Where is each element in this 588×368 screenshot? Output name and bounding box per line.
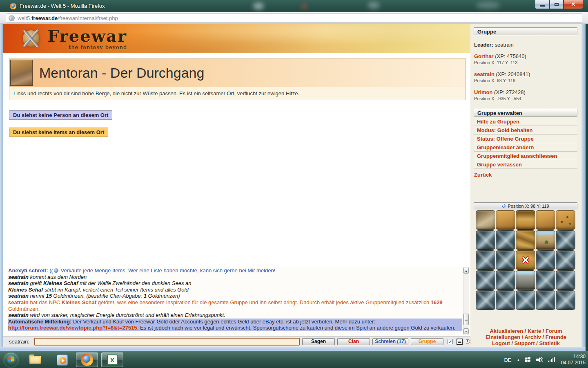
footer-link-aktualisieren[interactable]: Aktualisieren bbox=[490, 328, 523, 334]
url-toolbar: welt5.freewar.de/freewar/internal/frset.… bbox=[0, 12, 588, 24]
footer-link-statistik[interactable]: Statistik bbox=[539, 340, 560, 346]
group-manage-link[interactable]: Gruppe verlassen bbox=[474, 160, 577, 169]
map-tile-mountain[interactable] bbox=[476, 250, 495, 270]
scroll-up-button[interactable]: ▲ bbox=[463, 268, 469, 274]
chat-text: Kleines Schaf bbox=[62, 299, 96, 305]
map-tile-desert-bush[interactable] bbox=[556, 210, 575, 230]
chat-button-clan[interactable]: Clan bbox=[337, 338, 370, 345]
map-tile-mountain[interactable] bbox=[496, 270, 515, 290]
member-name[interactable]: Gorthar bbox=[474, 53, 494, 59]
map-tile-mountain[interactable] bbox=[496, 250, 515, 270]
chat-text: seatrain bbox=[8, 312, 29, 318]
map-tile-mountain[interactable] bbox=[556, 250, 575, 270]
chat-text: nimmt bbox=[29, 293, 46, 299]
windows-flag-tray-icon[interactable] bbox=[525, 357, 531, 362]
explorer-taskbar-button[interactable] bbox=[29, 354, 42, 366]
group-member: seatrain (XP: 2040841)Position X: 98 Y: … bbox=[474, 71, 530, 83]
map-tile-mountain[interactable] bbox=[536, 290, 555, 310]
map-tile-mountain[interactable] bbox=[556, 290, 575, 310]
map-tile-mountain[interactable] bbox=[556, 230, 575, 250]
network-signal-icon[interactable] bbox=[548, 357, 555, 362]
member-name[interactable]: seatrain bbox=[474, 71, 494, 77]
member-position: Position X: -935 Y: -554 bbox=[474, 96, 526, 101]
taskbar: X DE ▲ 14:30 04.07.2015 bbox=[0, 351, 588, 368]
refresh-icon bbox=[501, 203, 506, 208]
chat-text: Goldmünzen) bbox=[147, 293, 180, 299]
map-tile-mountain[interactable] bbox=[556, 270, 575, 290]
footer-link-einstellungen[interactable]: Einstellungen bbox=[486, 334, 520, 340]
map-tile-mountain[interactable] bbox=[476, 270, 495, 290]
chat-line-action: seatrain nimmt 15 Goldmünzen. (bezahlte … bbox=[8, 293, 460, 299]
map-tile-dune[interactable] bbox=[516, 210, 535, 230]
map-tile-arena[interactable] bbox=[476, 210, 495, 230]
group-manage-link[interactable]: Hilfe zu Gruppen bbox=[474, 117, 577, 126]
media-player-icon bbox=[57, 355, 68, 366]
chat-text: greift bbox=[29, 280, 43, 286]
chat-text: 1629 bbox=[431, 299, 443, 305]
footer-link-karte[interactable]: Karte bbox=[528, 328, 541, 334]
chat-input[interactable] bbox=[34, 338, 300, 346]
chat-text: (( bbox=[48, 267, 53, 274]
map-tile-mountain[interactable] bbox=[496, 230, 515, 250]
map-tile-desert[interactable] bbox=[536, 210, 555, 230]
language-indicator[interactable]: DE bbox=[504, 357, 511, 363]
footer-link-logout[interactable]: Logout bbox=[492, 340, 510, 346]
show-hidden-icons-button[interactable]: ▲ bbox=[517, 358, 520, 362]
map-tile-desert[interactable] bbox=[496, 210, 515, 230]
group-manage-link[interactable]: Modus: Gold behalten bbox=[474, 126, 577, 135]
scroll-down-button[interactable]: ▼ bbox=[463, 328, 469, 334]
map-tile-mountain[interactable] bbox=[476, 290, 495, 310]
close-button[interactable]: ✕ bbox=[564, 0, 583, 9]
footer-link-support[interactable]: Support bbox=[514, 340, 535, 346]
chat-scrollbar[interactable]: ▲ ▼ bbox=[463, 267, 469, 334]
chat-sound-checkbox[interactable]: ✓ bbox=[448, 339, 453, 344]
map-tile-mountain[interactable] bbox=[496, 290, 515, 310]
speaker-icon[interactable] bbox=[536, 357, 543, 363]
window-titlebar: Freewar.de - Welt 5 - Mozilla Firefox ✕ bbox=[0, 0, 588, 12]
scrollbar-thumb[interactable] bbox=[463, 314, 469, 325]
chat-button-gruppe[interactable]: Gruppe bbox=[411, 338, 443, 345]
footer-link-archiv[interactable]: Archiv bbox=[524, 334, 541, 340]
minimize-icon bbox=[540, 5, 545, 7]
window-title: Freewar.de - Welt 5 - Mozilla Firefox bbox=[20, 3, 105, 9]
leader-label: Leader: bbox=[474, 42, 493, 48]
map-tile-mountain[interactable] bbox=[536, 270, 555, 290]
map-tile-mountain[interactable] bbox=[536, 250, 555, 270]
map-tile-desert-marker[interactable]: ✕ bbox=[516, 250, 535, 270]
media-player-taskbar-button[interactable] bbox=[56, 354, 69, 366]
footer-link-forum[interactable]: Forum bbox=[546, 328, 562, 334]
window-frame-right bbox=[581, 24, 586, 351]
map-tile-mountain[interactable] bbox=[476, 230, 495, 250]
firefox-icon bbox=[81, 354, 93, 366]
map-tile-mountain[interactable] bbox=[516, 290, 535, 310]
maximize-button[interactable] bbox=[550, 0, 564, 9]
chat-text: kommt aus dem Norden bbox=[29, 274, 87, 280]
group-manage-link[interactable]: Status: Offene Gruppe bbox=[474, 135, 577, 143]
map-tile-ruins[interactable] bbox=[516, 270, 535, 290]
chat-link[interactable]: http://forum.freewar.de/viewtopic.php?f=… bbox=[8, 325, 137, 331]
map-tile-castle[interactable] bbox=[536, 230, 555, 250]
back-link[interactable]: Zurück bbox=[474, 172, 492, 178]
footer-link-freunde[interactable]: Freunde bbox=[546, 334, 566, 340]
minimap-grid: ✕ bbox=[476, 210, 575, 310]
chat-list-icon[interactable] bbox=[457, 339, 463, 345]
excel-taskbar-button[interactable]: X bbox=[101, 352, 123, 367]
tray-time: 14:30 bbox=[561, 354, 586, 360]
chat-button-schreien-17[interactable]: Schreien (17) bbox=[372, 338, 408, 345]
map-tile-dune-shadow[interactable] bbox=[516, 230, 535, 250]
firefox-taskbar-button[interactable] bbox=[76, 352, 98, 367]
chat-button-sagen[interactable]: Sagen bbox=[302, 338, 335, 345]
start-button[interactable] bbox=[4, 353, 18, 367]
windows-logo-icon bbox=[8, 357, 14, 363]
position-bar[interactable]: Position X: 98 Y: 119 bbox=[474, 202, 577, 209]
member-name[interactable]: Urlmon bbox=[474, 89, 493, 95]
chat-text: . Es ist jedoch nach wie vor legal und e… bbox=[137, 325, 456, 331]
minimize-button[interactable] bbox=[535, 0, 550, 9]
tray-clock[interactable]: 14:30 04.07.2015 bbox=[561, 354, 586, 366]
url-field[interactable]: welt5.freewar.de/freewar/internal/frset.… bbox=[6, 13, 582, 22]
group-manage-link[interactable]: Gruppenleader ändern bbox=[474, 143, 577, 152]
desktop-blur-blob bbox=[368, 2, 380, 9]
chat-line-action: Kleines Schaf stirbt im Kampf, verliert … bbox=[8, 287, 460, 293]
group-manage-link[interactable]: Gruppenmitglied ausschliessen bbox=[474, 152, 577, 160]
chat-lines: Anexyti schreit: (( Verkaufe jede Menge … bbox=[8, 267, 460, 331]
